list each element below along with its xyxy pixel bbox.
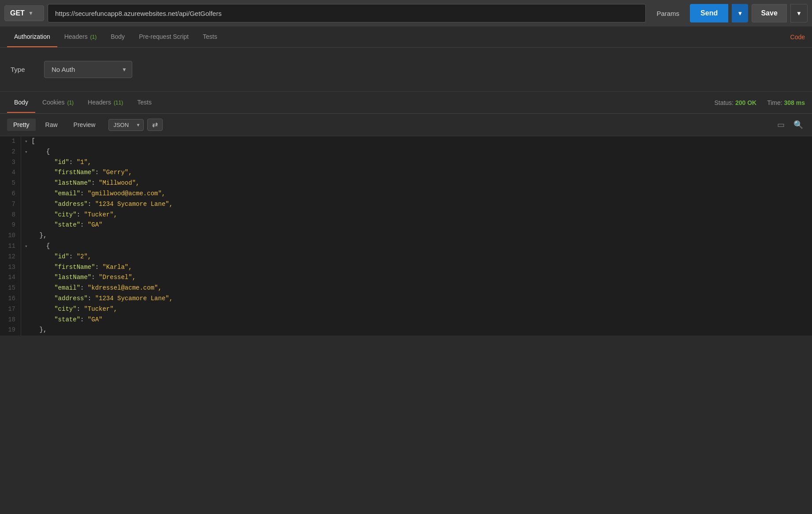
- table-row: 8 "city": "Tucker",: [0, 210, 812, 220]
- top-bar: GET ▼ Params Send ▼ Save ▼: [0, 0, 812, 26]
- line-content: "email": "gmillwood@acme.com",: [25, 189, 172, 199]
- line-content: "state": "GA": [25, 315, 109, 325]
- copy-icon[interactable]: ▭: [775, 118, 786, 131]
- table-row: 15 "email": "kdressel@acme.com",: [0, 283, 812, 294]
- line-content: ▾ [: [25, 136, 42, 147]
- table-row: 18 "state": "GA": [0, 315, 812, 325]
- time-value: 308 ms: [784, 99, 805, 106]
- response-status: Status: 200 OK Time: 308 ms: [714, 99, 805, 106]
- table-row: 1▾ [: [0, 136, 812, 147]
- line-number: 17: [0, 304, 21, 315]
- table-row: 4 "firstName": "Gerry",: [0, 168, 812, 178]
- response-tabs: Body Cookies (1) Headers (11) Tests Stat…: [0, 92, 812, 114]
- save-dropdown[interactable]: ▼: [790, 4, 808, 22]
- table-row: 16 "address": "1234 Sycamore Lane",: [0, 294, 812, 304]
- line-number: 19: [0, 325, 21, 335]
- line-content: "lastName": "Dressel",: [25, 272, 143, 283]
- table-row: 11▾ {: [0, 241, 812, 252]
- preview-button[interactable]: Preview: [67, 119, 102, 131]
- auth-type-wrapper: No Auth Bearer Token Basic Auth API Key …: [44, 61, 132, 78]
- line-number: 14: [0, 272, 21, 283]
- tab-authorization[interactable]: Authorization: [7, 27, 57, 47]
- line-content: },: [25, 231, 54, 241]
- line-number: 5: [0, 178, 21, 189]
- line-number: 4: [0, 168, 21, 178]
- resp-headers-badge: (11): [114, 100, 123, 106]
- line-number: 1: [0, 136, 21, 147]
- format-select-wrapper: JSON XML HTML Text: [108, 119, 144, 131]
- line-content: "city": "Tucker",: [25, 304, 124, 315]
- table-row: 2▾ {: [0, 147, 812, 157]
- line-number: 10: [0, 231, 21, 241]
- resp-tab-tests[interactable]: Tests: [130, 93, 159, 113]
- tab-body[interactable]: Body: [104, 27, 132, 47]
- table-row: 3 "id": "1",: [0, 157, 812, 168]
- auth-row: Type No Auth Bearer Token Basic Auth API…: [11, 61, 801, 78]
- line-content: ▾ {: [25, 241, 57, 252]
- headers-badge: (1): [90, 34, 97, 40]
- line-content: "id": "1",: [25, 157, 98, 168]
- method-dropdown[interactable]: GET ▼: [4, 5, 44, 21]
- send-button[interactable]: Send: [690, 4, 728, 22]
- line-number: 15: [0, 283, 21, 294]
- line-content: "email": "kdressel@acme.com",: [25, 283, 169, 294]
- url-input[interactable]: [48, 4, 646, 22]
- tab-pre-request[interactable]: Pre-request Script: [132, 27, 196, 47]
- tab-headers[interactable]: Headers (1): [57, 27, 104, 47]
- line-number: 3: [0, 157, 21, 168]
- line-content: "address": "1234 Sycamore Lane",: [25, 199, 180, 210]
- line-content: "firstName": "Karla",: [25, 262, 139, 273]
- toolbar-right: ▭ 🔍: [775, 118, 805, 131]
- table-row: 5 "lastName": "Millwood",: [0, 178, 812, 189]
- search-icon[interactable]: 🔍: [792, 118, 805, 131]
- table-row: 12 "id": "2",: [0, 252, 812, 262]
- table-row: 19 },: [0, 325, 812, 335]
- table-row: 6 "email": "gmillwood@acme.com",: [0, 189, 812, 199]
- line-number: 7: [0, 199, 21, 210]
- line-content: ▾ {: [25, 147, 57, 157]
- wrap-icon-button[interactable]: ⇄: [147, 119, 163, 131]
- tab-tests[interactable]: Tests: [196, 27, 224, 47]
- code-link[interactable]: Code: [790, 34, 805, 41]
- line-number: 18: [0, 315, 21, 325]
- fold-button[interactable]: ▾: [25, 149, 30, 155]
- line-number: 2: [0, 147, 21, 157]
- cookies-badge: (1): [67, 100, 74, 106]
- table-row: 9 "state": "GA": [0, 220, 812, 231]
- line-content: "id": "2",: [25, 252, 98, 262]
- line-number: 12: [0, 252, 21, 262]
- line-number: 13: [0, 262, 21, 273]
- line-number: 9: [0, 220, 21, 231]
- request-tabs: Authorization Headers (1) Body Pre-reque…: [0, 26, 812, 48]
- table-row: 17 "city": "Tucker",: [0, 304, 812, 315]
- resp-tab-cookies[interactable]: Cookies (1): [35, 93, 81, 113]
- pretty-button[interactable]: Pretty: [7, 119, 36, 131]
- format-toolbar: Pretty Raw Preview JSON XML HTML Text ⇄ …: [0, 114, 812, 136]
- params-button[interactable]: Params: [649, 6, 686, 21]
- table-row: 7 "address": "1234 Sycamore Lane",: [0, 199, 812, 210]
- method-chevron-icon: ▼: [28, 10, 34, 16]
- line-content: "address": "1234 Sycamore Lane",: [25, 294, 180, 304]
- line-content: "city": "Tucker",: [25, 210, 124, 220]
- line-content: "firstName": "Gerry",: [25, 168, 139, 178]
- table-row: 14 "lastName": "Dressel",: [0, 272, 812, 283]
- line-number: 11: [0, 241, 21, 252]
- line-content: "lastName": "Millwood",: [25, 178, 146, 189]
- resp-tab-headers[interactable]: Headers (11): [81, 93, 130, 113]
- format-select[interactable]: JSON XML HTML Text: [108, 119, 144, 131]
- line-content: },: [25, 325, 54, 335]
- raw-button[interactable]: Raw: [39, 119, 64, 131]
- method-label: GET: [10, 9, 25, 17]
- status-value: 200 OK: [735, 99, 756, 106]
- fold-button[interactable]: ▾: [25, 139, 30, 144]
- line-content: "state": "GA": [25, 220, 109, 231]
- send-dropdown[interactable]: ▼: [732, 4, 748, 22]
- save-button[interactable]: Save: [752, 4, 786, 22]
- resp-tab-body[interactable]: Body: [7, 93, 35, 113]
- table-row: 13 "firstName": "Karla",: [0, 262, 812, 273]
- auth-type-label: Type: [11, 66, 37, 73]
- auth-type-select[interactable]: No Auth Bearer Token Basic Auth API Key …: [44, 61, 132, 78]
- line-number: 16: [0, 294, 21, 304]
- fold-button[interactable]: ▾: [25, 244, 30, 249]
- time-label: Time: 308 ms: [767, 99, 805, 106]
